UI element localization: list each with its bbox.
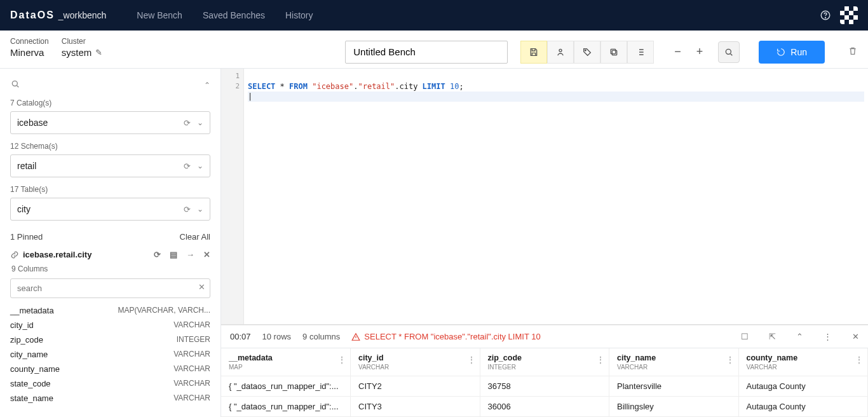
connection-label: Connection xyxy=(10,37,49,46)
preview-icon[interactable]: ▤ xyxy=(170,250,177,259)
close-results-icon[interactable]: ✕ xyxy=(852,332,859,341)
column-row[interactable]: city_nameVARCHAR xyxy=(10,347,210,362)
pinned-table-panel: icebase.retail.city ⟳ ▤ → ✕ 9 Columns ✕ … xyxy=(10,247,210,406)
run-button[interactable]: Run xyxy=(759,41,825,64)
chevron-down-icon[interactable]: ⌄ xyxy=(197,118,203,128)
collapse-sidebar-icon[interactable]: ⌃ xyxy=(204,81,210,90)
sidebar-search-icon[interactable] xyxy=(10,79,20,91)
column-header[interactable]: city_nameVARCHAR⋮ xyxy=(609,348,739,376)
query-echo: SELECT * FROM "icebase"."retail".city LI… xyxy=(351,332,540,341)
minimize-icon[interactable]: − xyxy=(674,45,681,58)
nav-history[interactable]: History xyxy=(285,10,313,20)
column-row[interactable]: state_nameVARCHAR xyxy=(10,391,210,406)
share-button[interactable] xyxy=(547,41,574,64)
catalog-caption: 7 Catalog(s) xyxy=(10,99,210,107)
schema-sidebar: ⌃ 7 Catalog(s) icebase ⟳⌄ 12 Schema(s) r… xyxy=(0,69,221,417)
column-row[interactable]: zip_codeINTEGER xyxy=(10,332,210,347)
checkbox-icon[interactable]: ☐ xyxy=(741,332,749,341)
top-nav: New Bench Saved Benches History xyxy=(137,10,313,20)
toolbar: Connection Minerva Cluster system ✎ − + … xyxy=(0,31,868,69)
column-list: __metadataMAP(VARCHAR, VARCH...city_idVA… xyxy=(10,303,210,406)
svg-rect-5 xyxy=(611,49,616,53)
cluster-block[interactable]: Cluster system ✎ xyxy=(62,37,103,58)
svg-point-1 xyxy=(825,17,826,18)
top-navbar: DataOS _workbench New Bench Saved Benche… xyxy=(0,0,868,31)
chevron-down-icon[interactable]: ⌄ xyxy=(197,205,203,214)
tag-button[interactable] xyxy=(574,41,600,64)
columns-count: 9 Columns xyxy=(11,264,210,273)
results-status-bar: 00:07 10 rows 9 columns SELECT * FROM "i… xyxy=(221,325,868,348)
delete-button[interactable] xyxy=(848,46,858,58)
nav-new-bench[interactable]: New Bench xyxy=(137,10,182,20)
column-row[interactable]: county_nameVARCHAR xyxy=(10,362,210,376)
format-button[interactable] xyxy=(627,41,654,64)
find-button[interactable] xyxy=(718,41,740,63)
insert-icon[interactable]: → xyxy=(186,250,194,259)
catalog-select[interactable]: icebase ⟳⌄ xyxy=(10,111,210,134)
clear-all-button[interactable]: Clear All xyxy=(180,232,210,242)
copy-button[interactable] xyxy=(600,41,627,64)
column-row[interactable]: state_codeVARCHAR xyxy=(10,376,210,391)
svg-point-3 xyxy=(585,50,587,51)
main-area: ⌃ 7 Catalog(s) icebase ⟳⌄ 12 Schema(s) r… xyxy=(0,69,868,417)
bench-action-buttons xyxy=(520,41,654,64)
help-icon[interactable] xyxy=(820,10,831,21)
schema-caption: 12 Schema(s) xyxy=(10,142,210,151)
nav-saved-benches[interactable]: Saved Benches xyxy=(203,10,265,20)
app-logo: DataOS _workbench xyxy=(10,10,106,21)
table-row[interactable]: { "_dataos_run_mapper_id":...CITY236758P… xyxy=(221,376,868,397)
close-icon[interactable]: ✕ xyxy=(203,250,210,259)
tab-controls: − + xyxy=(674,41,740,63)
save-button[interactable] xyxy=(520,41,547,64)
link-icon xyxy=(10,250,19,259)
edit-cluster-icon[interactable]: ✎ xyxy=(95,48,102,57)
svg-point-6 xyxy=(726,49,731,54)
column-header[interactable]: __metadataMAP⋮ xyxy=(221,348,351,376)
sql-editor[interactable]: 12 SELECT * FROM "icebase"."retail".city… xyxy=(221,69,868,325)
refresh-icon[interactable]: ⟳ xyxy=(184,205,191,214)
column-header[interactable]: zip_codeINTEGER⋮ xyxy=(480,348,609,376)
connection-value: Minerva xyxy=(10,47,49,58)
line-gutter: 12 xyxy=(221,69,244,324)
column-header[interactable]: county_nameVARCHAR⋮ xyxy=(738,348,868,376)
column-count: 9 columns xyxy=(302,332,340,341)
column-search-input[interactable] xyxy=(10,278,210,298)
column-row[interactable]: city_idVARCHAR xyxy=(10,318,210,332)
more-icon[interactable]: ⋮ xyxy=(824,332,832,341)
collapse-results-icon[interactable]: ⌃ xyxy=(796,332,803,341)
brand-name: DataOS xyxy=(10,10,55,21)
elapsed-time: 00:07 xyxy=(230,332,251,341)
column-header[interactable]: city_idVARCHAR⋮ xyxy=(351,348,480,376)
results-grid[interactable]: __metadataMAP⋮city_idVARCHAR⋮zip_codeINT… xyxy=(221,348,868,417)
column-row[interactable]: __metadataMAP(VARCHAR, VARCH... xyxy=(10,303,210,318)
code-lines[interactable]: SELECT * FROM "icebase"."retail".city LI… xyxy=(244,69,868,324)
chevron-down-icon[interactable]: ⌄ xyxy=(197,161,203,171)
table-row[interactable]: { "_dataos_run_mapper_id":...CITY336006B… xyxy=(221,397,868,417)
user-avatar[interactable] xyxy=(840,6,858,24)
table-selector: 17 Table(s) city ⟳⌄ xyxy=(10,185,210,221)
schema-select[interactable]: retail ⟳⌄ xyxy=(10,154,210,177)
cluster-value: system ✎ xyxy=(62,47,103,58)
svg-point-2 xyxy=(559,49,562,51)
svg-point-7 xyxy=(12,81,17,86)
export-icon[interactable]: ⇱ xyxy=(769,332,776,341)
add-tab-icon[interactable]: + xyxy=(696,45,703,58)
catalog-selector: 7 Catalog(s) icebase ⟳⌄ xyxy=(10,99,210,134)
brand-sub: _workbench xyxy=(58,10,107,20)
cluster-label: Cluster xyxy=(62,37,103,46)
bench-name-input[interactable] xyxy=(345,41,508,64)
clear-search-icon[interactable]: ✕ xyxy=(198,282,205,292)
refresh-icon[interactable]: ⟳ xyxy=(184,161,191,171)
row-count: 10 rows xyxy=(262,332,292,341)
connection-block[interactable]: Connection Minerva xyxy=(10,37,49,58)
editor-panel: 12 SELECT * FROM "icebase"."retail".city… xyxy=(221,69,868,417)
table-caption: 17 Table(s) xyxy=(10,185,210,194)
svg-rect-4 xyxy=(613,50,617,55)
refresh-icon[interactable]: ⟳ xyxy=(154,250,161,259)
pinned-count: 1 Pinned xyxy=(10,232,43,242)
table-select[interactable]: city ⟳⌄ xyxy=(10,198,210,221)
pinned-table-name[interactable]: icebase.retail.city xyxy=(23,250,150,259)
refresh-icon[interactable]: ⟳ xyxy=(184,118,191,128)
schema-selector: 12 Schema(s) retail ⟳⌄ xyxy=(10,142,210,177)
